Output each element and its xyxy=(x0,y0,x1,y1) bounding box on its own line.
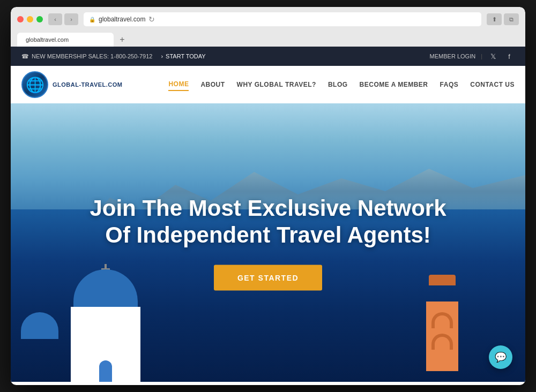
browser-action-buttons: ⬆ ⧉ xyxy=(487,13,519,25)
tab-label: globaltravel.com xyxy=(26,36,69,43)
logo-text: GLOBAL-TRAVEL.COM xyxy=(53,81,123,88)
nav-home[interactable]: HOME xyxy=(168,78,189,91)
hero-title-line2: Of Independent Travel Agents! xyxy=(105,222,431,247)
add-tab-button[interactable]: + xyxy=(116,34,129,46)
lock-icon: 🔒 xyxy=(89,17,95,22)
chat-icon: 💬 xyxy=(495,351,507,363)
member-login-link[interactable]: MEMBER LOGIN xyxy=(430,53,476,59)
browser-chrome: ‹ › 🔒 globaltravel.com ↻ ⬆ ⧉ globaltrave… xyxy=(11,7,525,47)
nav-why[interactable]: WHY GLOBAL TRAVEL? xyxy=(237,79,316,91)
bell-arch-2 xyxy=(431,334,453,350)
chat-widget[interactable]: 💬 xyxy=(489,345,512,369)
main-nav: GLOBAL-TRAVEL.COM HOME ABOUT WHY GLOBAL … xyxy=(11,66,525,103)
nav-contact[interactable]: CONTACT US xyxy=(470,79,515,91)
hero-content: Join The Most Exclusive Network Of Indep… xyxy=(62,195,474,291)
bell-tower-body xyxy=(426,301,458,371)
cta-arrow: › xyxy=(161,53,163,59)
twitter-icon[interactable]: 𝕏 xyxy=(488,51,498,62)
top-bar-right: MEMBER LOGIN | 𝕏 f xyxy=(430,51,515,62)
nav-become[interactable]: BECOME A MEMBER xyxy=(360,79,428,91)
browser-title-bar: ‹ › 🔒 globaltravel.com ↻ ⬆ ⧉ xyxy=(17,12,519,26)
get-started-button[interactable]: GET STARTED xyxy=(214,265,322,290)
nav-faqs[interactable]: FAQS xyxy=(440,79,459,91)
logo-globe xyxy=(21,71,48,98)
hero-title: Join The Most Exclusive Network Of Indep… xyxy=(62,195,474,249)
facebook-icon[interactable]: f xyxy=(504,51,515,62)
address-bar-row: 🔒 globaltravel.com ↻ xyxy=(84,12,481,26)
active-tab[interactable]: globaltravel.com xyxy=(17,33,114,47)
logo[interactable]: GLOBAL-TRAVEL.COM xyxy=(21,71,123,98)
phone-info: ☎ NEW MEMBERSHIP SALES: 1-800-250-7912 xyxy=(21,53,152,60)
address-bar[interactable]: 🔒 globaltravel.com ↻ xyxy=(84,12,481,26)
divider: | xyxy=(481,53,482,59)
hero-title-line1: Join The Most Exclusive Network xyxy=(90,195,446,221)
top-bar-left: ☎ NEW MEMBERSHIP SALES: 1-800-250-7912 ›… xyxy=(21,53,206,60)
browser-nav-buttons: ‹ › xyxy=(48,13,78,25)
cta-label: START TODAY xyxy=(166,53,206,59)
bell-arch-1 xyxy=(431,312,453,328)
nav-links: HOME ABOUT WHY GLOBAL TRAVEL? BLOG BECOM… xyxy=(168,78,515,91)
traffic-lights xyxy=(17,16,43,22)
top-bar: ☎ NEW MEMBERSHIP SALES: 1-800-250-7912 ›… xyxy=(11,47,525,66)
phone-icon: ☎ xyxy=(21,53,29,60)
hero-section: Join The Most Exclusive Network Of Indep… xyxy=(11,103,525,382)
church-door xyxy=(99,360,112,382)
tab-bar: globaltravel.com + xyxy=(17,31,519,47)
browser-bottom xyxy=(11,382,525,385)
new-tab-button[interactable]: ⧉ xyxy=(504,13,519,25)
church-body xyxy=(71,307,140,382)
minimize-button[interactable] xyxy=(27,16,33,22)
refresh-icon[interactable]: ↻ xyxy=(148,15,155,24)
close-button[interactable] xyxy=(17,16,24,22)
nav-blog[interactable]: BLOG xyxy=(328,79,348,91)
back-button[interactable]: ‹ xyxy=(48,13,62,25)
start-today-link[interactable]: › START TODAY xyxy=(161,53,205,59)
maximize-button[interactable] xyxy=(36,16,43,22)
browser-window: ‹ › 🔒 globaltravel.com ↻ ⬆ ⧉ globaltrave… xyxy=(11,7,525,385)
share-button[interactable]: ⬆ xyxy=(487,13,502,25)
url-text: globaltravel.com xyxy=(99,16,145,23)
website-content: ☎ NEW MEMBERSHIP SALES: 1-800-250-7912 ›… xyxy=(11,47,525,382)
forward-button[interactable]: › xyxy=(64,13,78,25)
phone-label: NEW MEMBERSHIP SALES: 1-800-250-7912 xyxy=(32,53,152,59)
nav-about[interactable]: ABOUT xyxy=(200,79,225,91)
